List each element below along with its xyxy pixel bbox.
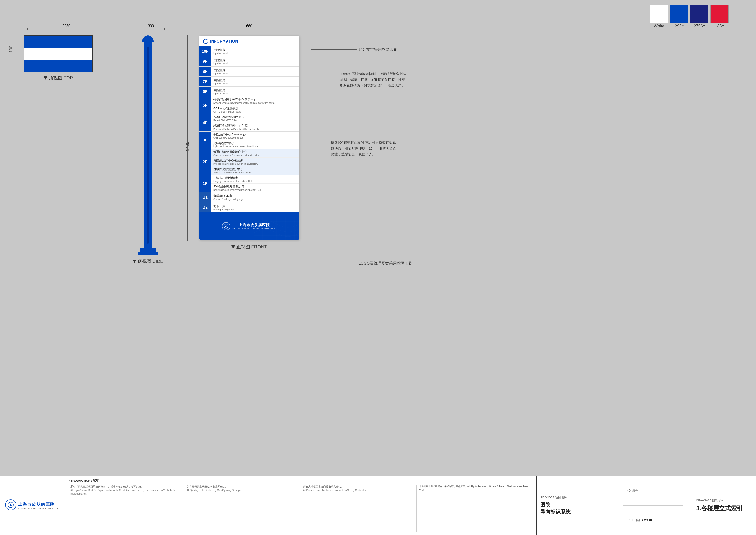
floor-5f-row1: 特需门诊/医学美容中心/信息中心 Special needs clinic/me…	[211, 97, 299, 105]
annotation-4: LOGO及纹理图案采用丝网印刷	[311, 261, 412, 266]
floor-info-b1: 食堂/地下车库 Canteen/Underground garage	[211, 192, 299, 202]
top-view-label: 顶视图 TOP	[24, 75, 93, 81]
floor-info-5f: 特需门诊/医学美容中心/信息中心 Special needs clinic/me…	[211, 97, 299, 114]
floor-2f-row2: 真菌病治疗中心/检验科 Mycose treatment center/Clin…	[211, 157, 299, 166]
dim-1485-label: 1485	[185, 142, 190, 151]
top-view-diagram	[24, 36, 93, 72]
dim-1485-line	[187, 36, 188, 241]
tb-logo-section: ☯ 上海市皮肤病医院 SHANG HAI SKIN DISEASE HOSPIT…	[0, 476, 64, 535]
floor-row-7f: 7F 住院病房 Inpatient ward	[199, 77, 299, 87]
info-icon: i	[203, 39, 208, 44]
swatch-293c-label: 293c	[675, 24, 684, 29]
swatch-293c-box	[670, 5, 688, 23]
swatch-white: White	[650, 5, 668, 29]
floor-num-3f: 3F	[199, 131, 211, 149]
svg-text:☯: ☯	[225, 225, 227, 228]
hospital-emblem-svg: ☯	[224, 224, 229, 229]
tb-date-row: DATE 日期 2021.09	[623, 506, 683, 535]
floor-5f-row2: GCP中心/住院病房 GCP Center/Inpatient Ward	[211, 105, 299, 114]
floor-row-4f: 4F 专家门诊/性病诊疗中心 Expert Clinic/STD Clinic …	[199, 114, 299, 131]
tb-intro-col3: 所有尺寸项目承建商现场核实确认。 All Measurements Are To…	[300, 485, 417, 532]
floor-num-2f: 2F	[199, 149, 211, 175]
floor-row-9f: 9F 住院病房 Inpatient ward	[199, 56, 299, 67]
pole-cap	[142, 36, 154, 42]
tb-logo-icon: ☯	[5, 499, 16, 510]
side-view-section: 侧视图 SIDE	[133, 36, 163, 265]
floor-info-2f: 普通门诊/银屑病治疗中心 General outpatient/psoriasi…	[211, 149, 299, 175]
floor-num-9f: 9F	[199, 56, 211, 66]
floor-2f-row3: 过敏性皮肤病治疗中心 Allergic skin disease treatme…	[211, 166, 299, 175]
top-view-section: 顶视图 TOP	[24, 36, 93, 81]
swatch-185c-label: 185c	[715, 24, 724, 29]
side-view-label: 侧视图 SIDE	[133, 258, 163, 265]
dim-300-label: 300	[137, 24, 165, 29]
annotation-3: 镶嵌60#铝型材面板/亚克力可更换镀锌板氟 碳烤漆，图文丝网印刷，10mm 亚克…	[311, 140, 396, 157]
floor-3f-row2: 光医学治疗中心 Light medicine treatment center …	[211, 140, 299, 149]
swatch-2756c-box	[690, 5, 709, 23]
front-view-label: 正视图 FRONT	[199, 244, 300, 250]
tb-intro-section: INTRODUCTIONS 说明 所有标识内容须项目承建商核对，并经客户核实确认…	[64, 476, 536, 535]
floor-3f-row1: 中医治疗中心 / 手术中心 CMT center/Operation cente…	[211, 131, 299, 140]
dim-100-label: 100	[9, 46, 14, 53]
swatch-293c: 293c	[670, 5, 688, 29]
tb-intro-col4: 本设计版权归公司所有；未经许可，不得擅用。All Rights Reserved…	[417, 485, 533, 532]
sign-header: i INFORMATION	[199, 36, 299, 46]
floor-num-6f: 6F	[199, 87, 211, 97]
tb-meta-section: NO. 编号 DATE 日期 2021.09	[623, 476, 683, 535]
swatch-white-box	[650, 5, 668, 23]
tb-drawing-section-label: DRAWINGS 图纸名称 3.各楼层立式索引	[696, 499, 743, 512]
tb-intro-col1: 所有标识内容须项目承建商核对，并经客户核实确认，方可实施。 All Logo C…	[68, 485, 184, 532]
floor-4f-row2: 精准医学/病理科/中心供应 Precision Medicine/Patholo…	[211, 123, 299, 131]
sign-bottom: ☯ 上海市皮肤病医院 SHANG HAI SKIN DISEASE HOSPIT…	[199, 212, 299, 240]
floor-info-7f: 住院病房 Inpatient ward	[211, 77, 299, 86]
floor-info-b2: 地下车库 Underground garage	[211, 202, 299, 212]
floor-num-b2: B2	[199, 202, 211, 212]
tb-hospital-names: 上海市皮肤病医院 SHANG HAI SKIN DISEASE HOSPITAL	[18, 502, 58, 509]
floor-row-b1: B1 食堂/地下车库 Canteen/Underground garage	[199, 192, 299, 202]
swatch-185c-box	[710, 5, 729, 23]
tb-intro-cols: 所有标识内容须项目承建商核对，并经客户核实确认，方可实施。 All Logo C…	[68, 485, 533, 532]
dim-2230-label: 2230	[27, 24, 105, 29]
top-view-blue-bot	[24, 60, 92, 72]
tb-no-row: NO. 编号	[623, 476, 683, 506]
floor-row-3f: 3F 中医治疗中心 / 手术中心 CMT center/Operation ce…	[199, 131, 299, 149]
floor-4f-row1: 专家门诊/性病诊疗中心 Expert Clinic/STD Clinic	[211, 114, 299, 123]
front-triangle-icon	[231, 245, 235, 249]
side-triangle-icon	[133, 260, 136, 263]
floor-info-9f: 住院病房 Inpatient ward	[211, 56, 299, 66]
annotation-1: 此处文字采用丝网印刷	[311, 47, 397, 52]
floor-num-b1: B1	[199, 192, 211, 202]
hospital-name-block: 上海市皮肤病医院 SHANG HAI SKIN DISEASE HOSPITAL	[232, 223, 276, 230]
floor-num-1f: 1F	[199, 175, 211, 192]
pole-shaft	[144, 42, 152, 248]
dim-100-line	[12, 38, 12, 72]
tb-drawing-name-section: DRAWINGS 图纸名称 3.各楼层立式索引	[683, 476, 756, 535]
floor-info-8f: 住院病房 Inpatient ward	[211, 67, 299, 76]
hospital-logo-area: ☯ 上海市皮肤病医院 SHANG HAI SKIN DISEASE HOSPIT…	[222, 222, 276, 230]
front-view-section: i INFORMATION 10F 住院病房 Inpatient ward 9F…	[199, 36, 300, 250]
floor-info-4f: 专家门诊/性病诊疗中心 Expert Clinic/STD Clinic 精准医…	[211, 114, 299, 131]
floor-num-4f: 4F	[199, 114, 211, 131]
tb-intro-col2: 所有标识数量须经客户/测量师确认。 All Quantity To Be Ver…	[184, 485, 300, 532]
floor-num-5f: 5F	[199, 97, 211, 114]
swatch-white-label: White	[654, 24, 664, 29]
svg-text:☯: ☯	[9, 503, 12, 507]
swatch-2756c: 2756c	[690, 5, 709, 29]
floor-row-8f: 8F 住院病房 Inpatient ward	[199, 67, 299, 77]
sign-board: i INFORMATION 10F 住院病房 Inpatient ward 9F…	[199, 36, 300, 240]
color-swatches: White 293c 2756c 185c	[650, 5, 729, 29]
floor-num-10f: 10F	[199, 46, 211, 56]
floor-info-10f: 住院病房 Inpatient ward	[211, 46, 299, 56]
tb-project-section: PROJECT 项目名称 医院 导向标识系统	[536, 476, 623, 535]
floor-info-1f: 门诊大厅/影像检查 Imaging examination of outpati…	[211, 175, 299, 192]
floor-row-5f: 5F 特需门诊/医学美容中心/信息中心 Special needs clinic…	[199, 97, 299, 114]
floor-info-3f: 中医治疗中心 / 手术中心 CMT center/Operation cente…	[211, 131, 299, 149]
floor-1f-row2: 无创诊断/药房/住院大厅 Noninvasive diagnosis/pharm…	[211, 184, 299, 192]
swatch-185c: 185c	[710, 5, 729, 29]
pole-base	[140, 248, 156, 252]
swatch-2756c-label: 2756c	[693, 24, 705, 29]
annotation-2: 1.5mm 不锈钢激光切割，折弯成型棱角倒角 处理，焊接，打磨。3 遍腻子灰打底…	[311, 71, 408, 89]
floor-num-7f: 7F	[199, 77, 211, 86]
floor-info-6f: 住院病房 Inpatient ward	[211, 87, 299, 97]
floor-num-8f: 8F	[199, 67, 211, 76]
